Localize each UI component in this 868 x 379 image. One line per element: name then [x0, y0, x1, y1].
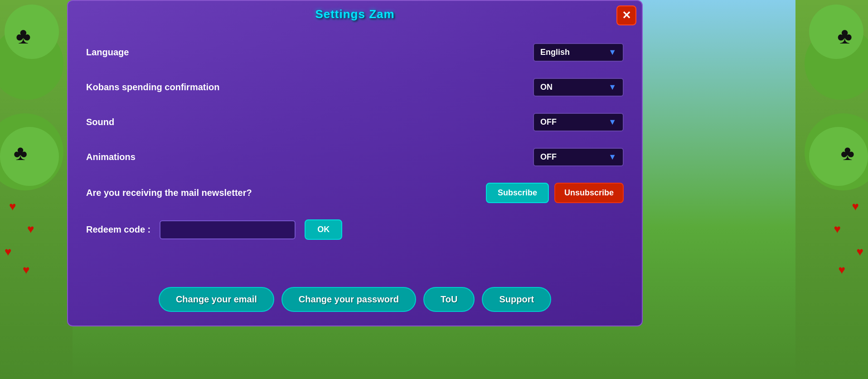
kobans-value: ON	[540, 83, 553, 92]
language-value: English	[540, 48, 570, 57]
heart-icon-l2: ♥	[27, 222, 34, 236]
animations-dropdown[interactable]: OFF ▼	[533, 148, 624, 166]
close-button[interactable]: ✕	[616, 5, 636, 25]
tree-circle-r4	[809, 127, 868, 186]
redeem-row: Redeem code : OK	[86, 211, 624, 248]
settings-modal: Settings Zam ✕ Language English ▼ Kobans…	[67, 0, 643, 326]
tree-circle	[5, 5, 59, 59]
sound-row: Sound OFF ▼	[86, 105, 624, 140]
club-icon-ml: ♣	[14, 141, 27, 165]
animations-dropdown-arrow: ▼	[608, 152, 616, 162]
bg-right: ♣ ♣ ♥ ♥ ♥ ♥	[795, 0, 868, 379]
kobans-label: Kobans spending confirmation	[86, 82, 219, 92]
change-password-button[interactable]: Change your password	[281, 287, 416, 312]
subscribe-button[interactable]: Subscribe	[486, 183, 549, 203]
tou-button[interactable]: ToU	[423, 287, 475, 312]
modal-title: Settings Zam	[68, 1, 642, 26]
unsubscribe-button[interactable]: Unsubscribe	[554, 183, 624, 203]
sound-dropdown-arrow: ▼	[608, 117, 616, 127]
club-icon-tl: ♣	[16, 23, 31, 49]
club-icon-mr: ♣	[841, 141, 854, 165]
support-button[interactable]: Support	[482, 287, 551, 312]
redeem-label: Redeem code :	[86, 224, 150, 235]
tree-circle	[0, 127, 59, 186]
change-email-button[interactable]: Change your email	[159, 287, 274, 312]
redeem-input[interactable]	[160, 220, 296, 239]
club-icon-tr: ♣	[837, 23, 852, 49]
heart-icon-r4: ♥	[839, 263, 845, 277]
kobans-row: Kobans spending confirmation ON ▼	[86, 70, 624, 105]
modal-footer: Change your email Change your password T…	[68, 287, 642, 312]
redeem-ok-button[interactable]: OK	[305, 219, 342, 240]
heart-icon-r2: ♥	[834, 222, 841, 236]
heart-icon-r1: ♥	[852, 199, 859, 214]
language-label: Language	[86, 47, 129, 58]
sound-label: Sound	[86, 117, 114, 127]
newsletter-row: Are you receiving the mail newsletter? S…	[86, 175, 624, 211]
language-row: Language English ▼	[86, 35, 624, 70]
tree-circle-r2	[809, 5, 863, 59]
kobans-dropdown-arrow: ▼	[608, 83, 616, 92]
sound-dropdown[interactable]: OFF ▼	[533, 113, 624, 131]
animations-value: OFF	[540, 152, 557, 162]
heart-icon-r3: ♥	[857, 245, 863, 259]
bg-left: ♣ ♣ ♥ ♥ ♥ ♥	[0, 0, 73, 379]
newsletter-label: Are you receiving the mail newsletter?	[86, 188, 252, 198]
animations-label: Animations	[86, 152, 136, 162]
animations-row: Animations OFF ▼	[86, 140, 624, 175]
language-dropdown[interactable]: English ▼	[533, 43, 624, 62]
heart-icon-l1: ♥	[9, 199, 16, 214]
kobans-dropdown[interactable]: ON ▼	[533, 78, 624, 97]
newsletter-buttons: Subscribe Unsubscribe	[486, 183, 624, 203]
heart-icon-l3: ♥	[5, 245, 11, 259]
sound-value: OFF	[540, 117, 557, 127]
language-dropdown-arrow: ▼	[608, 48, 616, 57]
heart-icon-l4: ♥	[23, 263, 29, 277]
modal-content: Language English ▼ Kobans spending confi…	[68, 26, 642, 257]
